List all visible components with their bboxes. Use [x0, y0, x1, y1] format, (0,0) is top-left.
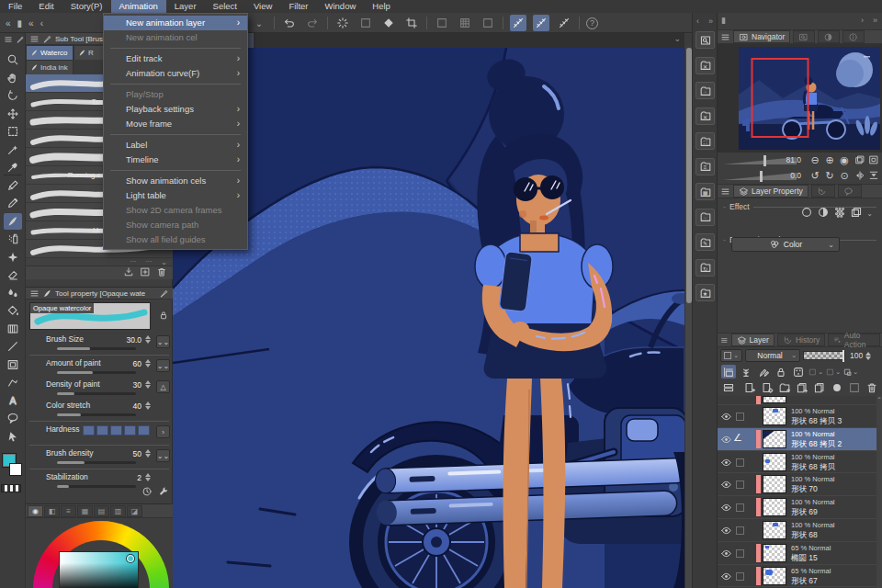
- param-stepper[interactable]: [145, 335, 151, 344]
- tool-selection[interactable]: [4, 123, 22, 140]
- tool-move[interactable]: [4, 106, 22, 122]
- color-tab-0[interactable]: ◉: [28, 505, 43, 517]
- trash-icon[interactable]: [156, 266, 167, 279]
- snap-icon[interactable]: [533, 15, 549, 31]
- tab-information[interactable]: [842, 30, 865, 43]
- color-tab-2[interactable]: ≡: [61, 505, 76, 517]
- command-bar-glyph[interactable]: ‹: [40, 18, 43, 28]
- param-stepper[interactable]: [145, 449, 151, 458]
- palette-color-combo[interactable]: ⌄: [720, 349, 742, 362]
- layer-row-形状 68[interactable]: 100 % Normal形状 68: [718, 519, 882, 542]
- layer-tool-tree-icon[interactable]: [739, 365, 753, 379]
- menu-storyp[interactable]: Story(P): [62, 0, 111, 13]
- dock-button-material-pencil[interactable]: ✎: [695, 233, 715, 251]
- tool-gradient[interactable]: [4, 321, 22, 337]
- dynamics-button[interactable]: △: [156, 380, 170, 393]
- effect-dualsq-icon[interactable]: [850, 206, 863, 220]
- layer-thumbnail[interactable]: [763, 475, 786, 493]
- tool-palette-menu-icon[interactable]: [4, 34, 13, 45]
- import-icon[interactable]: [123, 266, 134, 279]
- layerprop-menu-icon[interactable]: [720, 187, 730, 197]
- param-value[interactable]: 40: [114, 401, 141, 411]
- menu-select[interactable]: Select: [205, 0, 245, 13]
- tool-frame[interactable]: [4, 356, 22, 373]
- layer-row-形状 70[interactable]: 100 % Normal形状 70: [718, 473, 882, 496]
- color-tab-5[interactable]: ▥: [110, 505, 126, 517]
- reset-rotation-button[interactable]: ⊙: [838, 169, 851, 182]
- layer-tool-lock-icon[interactable]: [774, 365, 788, 379]
- navigator-preview[interactable]: [718, 44, 882, 153]
- layer-color-stripe[interactable]: [756, 567, 761, 585]
- pattern-swatch[interactable]: [1, 484, 21, 492]
- tab-layer[interactable]: Layer: [731, 334, 775, 346]
- param-slider[interactable]: [57, 461, 136, 464]
- layer-color-stripe[interactable]: [756, 544, 761, 562]
- opacity-slider[interactable]: [803, 351, 845, 360]
- effect-half-icon[interactable]: [817, 206, 830, 220]
- menu-item-label[interactable]: Label›: [104, 138, 247, 153]
- layer-thumbnail[interactable]: [763, 521, 786, 539]
- eye-icon[interactable]: [720, 571, 732, 582]
- color-wheel[interactable]: [26, 518, 173, 588]
- param-value[interactable]: 60: [114, 359, 141, 368]
- menu-edit[interactable]: Edit: [30, 0, 62, 13]
- tool-polyline[interactable]: [4, 374, 22, 390]
- tool-blend[interactable]: [4, 285, 22, 301]
- brush-preview[interactable]: Opaque watercolor: [29, 302, 151, 330]
- param-slider[interactable]: [57, 413, 136, 416]
- param-stepper[interactable]: [145, 401, 151, 410]
- tool-auto-select[interactable]: [4, 141, 22, 158]
- layer-action-pageplus-icon[interactable]: [742, 380, 757, 394]
- layer-thumbnail[interactable]: [763, 453, 786, 471]
- eye-icon[interactable]: [720, 525, 732, 537]
- menu-item-playback-settings[interactable]: Playback settings›: [104, 102, 247, 117]
- dock-button-material-lines[interactable]: ≡: [695, 158, 715, 175]
- canvas-artwork[interactable]: [173, 48, 684, 588]
- navigator-menu-icon[interactable]: [720, 32, 730, 42]
- dock-button-material-x[interactable]: ✕: [695, 57, 715, 74]
- multi-value-button[interactable]: ⌄⌄: [156, 335, 170, 348]
- tool-eraser[interactable]: [4, 266, 22, 283]
- layer-check-cell[interactable]: [736, 549, 744, 558]
- layer-thumbnail[interactable]: [763, 430, 786, 448]
- dock-collapse-icon[interactable]: ‹: [696, 17, 699, 26]
- tab-auto-action[interactable]: Auto Action: [828, 334, 880, 346]
- tool-eyedropper[interactable]: [4, 159, 22, 175]
- tab-item-bank[interactable]: [818, 30, 840, 43]
- command-bar-glyph[interactable]: «: [6, 18, 11, 28]
- snap-icon[interactable]: [510, 15, 526, 31]
- param-value[interactable]: 30: [114, 380, 141, 390]
- tool-fill[interactable]: [4, 302, 22, 319]
- tool-brush[interactable]: [4, 213, 22, 230]
- multi-value-button[interactable]: ⌄⌄: [156, 359, 170, 372]
- canvas-vertical-scrollbar[interactable]: [684, 48, 692, 588]
- hardness-segment[interactable]: [110, 425, 122, 435]
- param-slider[interactable]: [57, 392, 136, 395]
- layer-thumbnail[interactable]: [763, 396, 786, 403]
- color-tab-3[interactable]: ▦: [77, 505, 93, 517]
- tool-rotate[interactable]: [4, 87, 22, 104]
- layer-list-scrollbar[interactable]: ⌃: [876, 396, 882, 588]
- hardness-segment[interactable]: [124, 425, 136, 435]
- menu-item-show-animation-cels[interactable]: Show animation cels›: [104, 174, 247, 188]
- tool-decoration[interactable]: [4, 249, 22, 266]
- menu-file[interactable]: File: [0, 0, 30, 13]
- layer-action-sq-dim-icon[interactable]: [847, 380, 862, 394]
- layer-row-椭圆 15[interactable]: 65 % Normal椭圆 15: [718, 542, 882, 565]
- menu-item-animation-curve-f-[interactable]: Animation curve(F)›: [104, 66, 247, 81]
- dock-button-material-grid[interactable]: ▦: [695, 183, 715, 200]
- layer-thumbnail[interactable]: [763, 407, 786, 425]
- tab-history-mini[interactable]: [811, 185, 835, 198]
- zoom-in-button[interactable]: ⊕: [823, 153, 836, 166]
- menu-item-light-table[interactable]: Light table›: [104, 188, 247, 203]
- color-tab-1[interactable]: ◧: [44, 505, 60, 517]
- layer-color-stripe[interactable]: [756, 498, 761, 516]
- layer-tool-combo-dim2-icon[interactable]: ⌄: [826, 365, 841, 379]
- menu-window[interactable]: Window: [317, 0, 365, 13]
- param-slider[interactable]: [57, 347, 136, 350]
- tab-overflow-chevron[interactable]: ⌄: [673, 34, 681, 43]
- layer-tool-combo-dim-icon[interactable]: ⌄: [808, 365, 823, 379]
- actual-size-button[interactable]: [854, 154, 865, 165]
- effect-circ-icon[interactable]: [800, 206, 813, 220]
- hardness-segment[interactable]: [138, 425, 150, 435]
